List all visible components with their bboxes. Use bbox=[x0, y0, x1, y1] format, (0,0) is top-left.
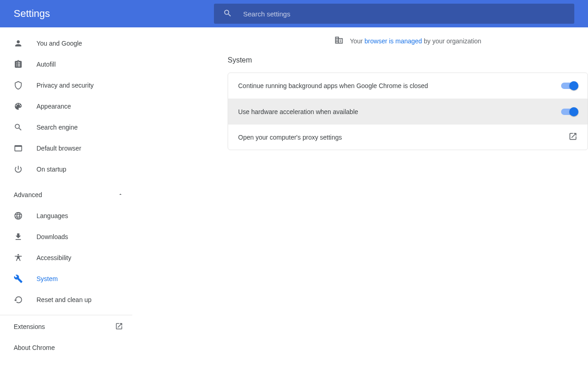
advanced-label: Advanced bbox=[14, 191, 118, 198]
globe-icon bbox=[14, 211, 36, 220]
sidebar-item-accessibility[interactable]: Accessibility bbox=[0, 247, 132, 268]
sidebar-item-system[interactable]: System bbox=[0, 268, 132, 289]
sidebar-item-label: Downloads bbox=[36, 233, 68, 240]
open-external-icon bbox=[568, 132, 578, 142]
system-card: Continue running background apps when Go… bbox=[228, 73, 588, 150]
chevron-up-icon bbox=[118, 191, 123, 198]
palette-icon bbox=[14, 102, 36, 111]
sidebar-item-you-and-google[interactable]: You and Google bbox=[0, 33, 132, 54]
search-box[interactable] bbox=[214, 4, 574, 24]
setting-label: Continue running background apps when Go… bbox=[238, 82, 561, 89]
sidebar-item-label: Appearance bbox=[36, 103, 71, 110]
sidebar-item-label: Privacy and security bbox=[36, 82, 94, 89]
sidebar-item-autofill[interactable]: Autofill bbox=[0, 54, 132, 75]
search-input[interactable] bbox=[243, 10, 565, 18]
search-icon bbox=[223, 9, 232, 19]
search-icon bbox=[14, 123, 36, 132]
business-icon bbox=[334, 36, 343, 46]
accessibility-icon bbox=[14, 253, 36, 262]
toggle-on-icon[interactable] bbox=[561, 107, 578, 116]
download-icon bbox=[14, 232, 36, 241]
power-icon bbox=[14, 165, 36, 174]
setting-background-apps[interactable]: Continue running background apps when Go… bbox=[228, 73, 588, 99]
person-icon bbox=[14, 39, 36, 48]
sidebar-item-appearance[interactable]: Appearance bbox=[0, 96, 132, 117]
browser-icon bbox=[14, 144, 36, 153]
managed-banner: Your browser is managed by your organiza… bbox=[228, 36, 588, 46]
sidebar-item-label: Languages bbox=[36, 212, 68, 219]
wrench-icon bbox=[14, 274, 36, 283]
sidebar-item-about[interactable]: About Chrome bbox=[0, 337, 132, 358]
managed-text: Your browser is managed by your organiza… bbox=[350, 37, 481, 45]
sidebar-item-privacy[interactable]: Privacy and security bbox=[0, 75, 132, 96]
sidebar: You and Google Autofill Privacy and secu… bbox=[0, 27, 132, 365]
sidebar-item-languages[interactable]: Languages bbox=[0, 205, 132, 226]
sidebar-item-label: About Chrome bbox=[14, 344, 123, 351]
open-external-icon bbox=[115, 322, 123, 332]
sidebar-item-reset[interactable]: Reset and clean up bbox=[0, 289, 132, 310]
main-content: Your browser is managed by your organiza… bbox=[132, 27, 588, 365]
sidebar-item-extensions[interactable]: Extensions bbox=[0, 316, 132, 337]
sidebar-item-label: Extensions bbox=[14, 323, 115, 330]
setting-label: Open your computer's proxy settings bbox=[238, 134, 568, 141]
sidebar-item-search-engine[interactable]: Search engine bbox=[0, 117, 132, 138]
sidebar-item-label: You and Google bbox=[36, 40, 82, 47]
setting-hardware-accel[interactable]: Use hardware acceleration when available bbox=[228, 99, 588, 124]
setting-label: Use hardware acceleration when available bbox=[238, 108, 561, 115]
toggle-on-icon[interactable] bbox=[561, 81, 578, 90]
managed-link[interactable]: browser is managed bbox=[364, 37, 422, 45]
sidebar-item-label: System bbox=[36, 275, 58, 282]
setting-proxy[interactable]: Open your computer's proxy settings bbox=[228, 124, 588, 150]
sidebar-item-label: Default browser bbox=[36, 145, 81, 152]
advanced-toggle[interactable]: Advanced bbox=[0, 184, 132, 205]
sidebar-item-label: Autofill bbox=[36, 61, 56, 68]
sidebar-item-default-browser[interactable]: Default browser bbox=[0, 138, 132, 159]
section-title: System bbox=[228, 56, 588, 64]
sidebar-item-label: Reset and clean up bbox=[36, 296, 92, 303]
sidebar-item-label: Accessibility bbox=[36, 254, 71, 261]
sidebar-separator bbox=[0, 315, 132, 315]
app-header: Settings bbox=[0, 0, 588, 27]
sidebar-item-downloads[interactable]: Downloads bbox=[0, 226, 132, 247]
sidebar-item-on-startup[interactable]: On startup bbox=[0, 159, 132, 180]
shield-icon bbox=[14, 81, 36, 90]
clipboard-icon bbox=[14, 60, 36, 69]
restore-icon bbox=[14, 295, 36, 304]
sidebar-item-label: On startup bbox=[36, 166, 66, 173]
sidebar-item-label: Search engine bbox=[36, 124, 78, 131]
page-title: Settings bbox=[14, 8, 50, 20]
